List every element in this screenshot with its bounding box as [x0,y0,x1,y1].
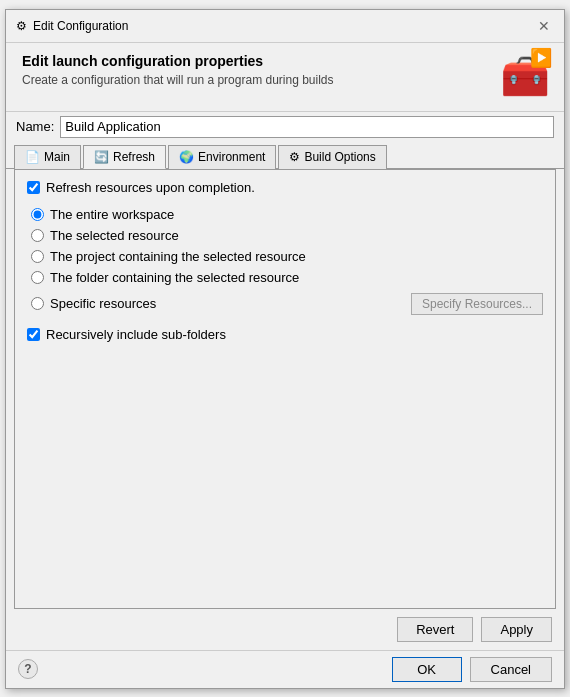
content-spacer [27,350,543,598]
radio-group: The entire workspace The selected resour… [27,207,543,285]
tab-build-options[interactable]: ⚙ Build Options [278,145,386,169]
radio-row-folder-containing: The folder containing the selected resou… [31,270,543,285]
tab-environment[interactable]: 🌍 Environment [168,145,276,169]
footer-buttons: Revert Apply [6,609,564,650]
sub-folders-label: Recursively include sub-folders [46,327,226,342]
dialog-title-icon: ⚙ [16,19,27,33]
revert-button[interactable]: Revert [397,617,473,642]
refresh-checkbox-label: Refresh resources upon completion. [46,180,255,195]
toolbox-icon: 🧰 ▶️ [500,53,548,101]
cancel-button[interactable]: Cancel [470,657,552,682]
tabs-bar: 📄 Main 🔄 Refresh 🌍 Environment ⚙ Build O… [6,144,564,169]
apply-button[interactable]: Apply [481,617,552,642]
refresh-checkbox[interactable] [27,181,40,194]
radio-row-specific-resources: Specific resources [31,296,156,311]
radio-folder-containing-label: The folder containing the selected resou… [50,270,299,285]
radio-entire-workspace-label: The entire workspace [50,207,174,222]
title-bar-left: ⚙ Edit Configuration [16,19,128,33]
radio-row-entire-workspace: The entire workspace [31,207,543,222]
name-row: Name: [6,111,564,144]
tab-refresh[interactable]: 🔄 Refresh [83,145,166,169]
header-text: Edit launch configuration properties Cre… [22,53,334,87]
radio-row-selected-resource: The selected resource [31,228,543,243]
build-options-tab-icon: ⚙ [289,150,300,164]
play-overlay-icon: ▶️ [530,47,552,69]
edit-configuration-dialog: ⚙ Edit Configuration ✕ Edit launch confi… [5,9,565,689]
bottom-bar: ? OK Cancel [6,650,564,688]
dialog-title: Edit Configuration [33,19,128,33]
content-area: Refresh resources upon completion. The e… [14,169,556,609]
environment-tab-label: Environment [198,150,265,164]
specify-resources-button[interactable]: Specify Resources... [411,293,543,315]
radio-selected-resource-label: The selected resource [50,228,179,243]
header-title: Edit launch configuration properties [22,53,334,69]
build-options-tab-label: Build Options [304,150,375,164]
header-subtitle: Create a configuration that will run a p… [22,73,334,87]
radio-specific-resources-label: Specific resources [50,296,156,311]
radio-selected-resource[interactable] [31,229,44,242]
radio-folder-containing[interactable] [31,271,44,284]
radio-project-containing-label: The project containing the selected reso… [50,249,306,264]
header-section: Edit launch configuration properties Cre… [6,43,564,111]
environment-tab-icon: 🌍 [179,150,194,164]
radio-row-project-containing: The project containing the selected reso… [31,249,543,264]
refresh-tab-label: Refresh [113,150,155,164]
ok-button[interactable]: OK [392,657,462,682]
specific-resources-row: Specific resources Specify Resources... [27,293,543,315]
ok-cancel-group: OK Cancel [392,657,552,682]
radio-specific-resources[interactable] [31,297,44,310]
radio-entire-workspace[interactable] [31,208,44,221]
refresh-tab-icon: 🔄 [94,150,109,164]
sub-folders-checkbox[interactable] [27,328,40,341]
tab-main[interactable]: 📄 Main [14,145,81,169]
title-bar: ⚙ Edit Configuration ✕ [6,10,564,43]
main-tab-label: Main [44,150,70,164]
name-input[interactable] [60,116,554,138]
close-button[interactable]: ✕ [534,16,554,36]
main-tab-icon: 📄 [25,150,40,164]
sub-folders-row: Recursively include sub-folders [27,327,543,342]
refresh-checkbox-row: Refresh resources upon completion. [27,180,543,195]
name-label: Name: [16,119,54,134]
radio-project-containing[interactable] [31,250,44,263]
help-button[interactable]: ? [18,659,38,679]
